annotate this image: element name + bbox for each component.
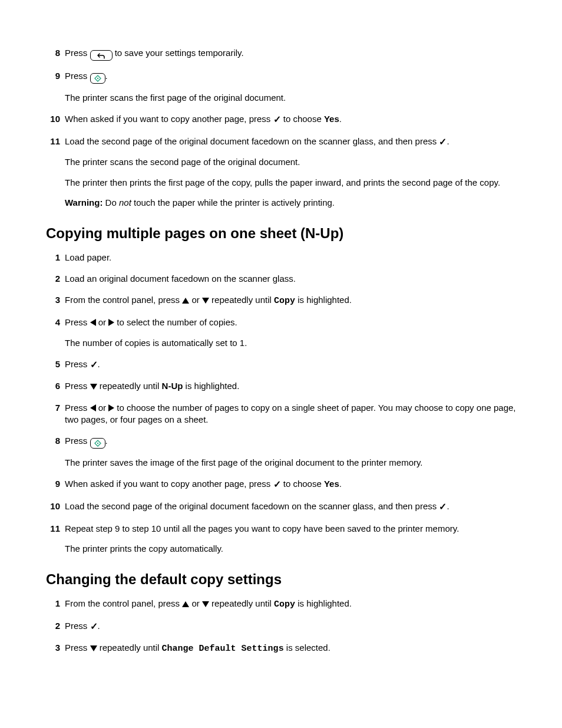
step-text: From the control panel, press or repeate… [65,294,516,307]
arrow-down-icon [90,384,97,390]
step-text: Repeat step 9 to step 10 until all the p… [65,523,516,535]
heading-nup: Copying multiple pages on one sheet (N-U… [46,224,516,243]
step-body: Press ✓. [65,620,516,633]
step-body: Press repeatedly until N-Up is highlight… [65,380,516,392]
step-body: Press repeatedly until Change Default Se… [65,642,516,655]
step-item: 1From the control panel, press or repeat… [46,598,516,611]
svg-point-0 [97,78,98,79]
steps-default: 1From the control panel, press or repeat… [46,598,516,655]
step-body: When asked if you want to copy another p… [65,478,516,491]
step-number: 4 [46,317,65,349]
step-body: Load paper. [65,252,516,263]
check-icon: ✓ [90,620,98,633]
step-number: 8 [46,47,65,61]
check-icon: ✓ [273,113,281,126]
check-icon: ✓ [439,500,447,513]
step-note: The printer then prints the first page o… [65,177,516,189]
step-number: 3 [46,642,65,655]
step-item: 6Press repeatedly until N-Up is highligh… [46,380,516,392]
step-body: Press or to select the number of copies.… [65,317,516,349]
step-note: The printer scans the second page of the… [65,156,516,168]
step-number: 3 [46,294,65,307]
step-number: 11 [46,523,65,555]
step-body: When asked if you want to copy another p… [65,113,516,126]
step-text: Load an original document facedown on th… [65,273,516,285]
arrow-down-icon [90,645,97,651]
step-body: Press .The printer scans the first page … [65,70,516,104]
step-text: Press ✓. [65,358,516,371]
step-body: Press .The printer saves the image of th… [65,435,516,469]
step-item: 10When asked if you want to copy another… [46,113,516,126]
step-body: Press to save your settings temporarily. [65,47,516,61]
step-number: 5 [46,358,65,371]
step-note: The printer scans the first page of the … [65,92,516,104]
arrow-left-icon [90,404,96,411]
step-text: Press . [65,435,516,449]
start-button-icon [90,438,105,449]
step-text: Load paper. [65,252,516,263]
arrow-up-icon [182,601,189,607]
step-number: 2 [46,620,65,633]
step-item: 11Repeat step 9 to step 10 until all the… [46,523,516,555]
step-number: 2 [46,273,65,285]
arrow-right-icon [108,319,114,326]
step-text: Load the second page of the original doc… [65,136,516,149]
step-item: 1Load paper. [46,252,516,263]
step-item: 9Press .The printer scans the first page… [46,70,516,104]
svg-point-1 [97,443,98,444]
step-text: When asked if you want to copy another p… [65,478,516,491]
step-body: Press ✓. [65,358,516,371]
heading-default: Changing the default copy settings [46,570,516,589]
arrow-right-icon [108,404,114,411]
step-text: Press repeatedly until Change Default Se… [65,642,516,655]
step-text: Press repeatedly until N-Up is highlight… [65,380,516,392]
step-text: Load the second page of the original doc… [65,500,516,513]
step-item: 8Press .The printer saves the image of t… [46,435,516,469]
step-note: The number of copies is automatically se… [65,337,516,349]
step-number: 10 [46,500,65,513]
step-text: Press . [65,70,516,84]
step-body: From the control panel, press or repeate… [65,294,516,307]
step-item: 2Press ✓. [46,620,516,633]
step-item: 7Press or to choose the number of pages … [46,402,516,426]
step-number: 9 [46,478,65,491]
arrow-up-icon [182,298,189,304]
steps-nup: 1Load paper.2Load an original document f… [46,252,516,555]
start-button-icon [90,73,105,84]
step-warning: Warning: Do not touch the paper while th… [65,197,516,209]
warning-label: Warning: [65,197,103,207]
step-text: From the control panel, press or repeate… [65,598,516,611]
steps-continuation: 8Press to save your settings temporarily… [46,47,516,209]
step-item: 5Press ✓. [46,358,516,371]
step-body: Load the second page of the original doc… [65,500,516,513]
step-item: 9When asked if you want to copy another … [46,478,516,491]
check-icon: ✓ [439,136,447,149]
step-text: Press or to select the number of copies. [65,317,516,328]
step-number: 6 [46,380,65,392]
step-body: Load the second page of the original doc… [65,136,516,209]
italic-text: not [119,197,131,207]
step-item: 8Press to save your settings temporarily… [46,47,516,61]
step-text: Press ✓. [65,620,516,633]
arrow-left-icon [90,319,96,326]
step-body: From the control panel, press or repeate… [65,598,516,611]
step-text: When asked if you want to copy another p… [65,113,516,126]
mono-text: Copy [274,296,295,306]
step-item: 11Load the second page of the original d… [46,136,516,209]
back-button-icon [90,50,113,61]
bold-text: N-Up [162,381,183,391]
arrow-down-icon [202,298,209,304]
step-number: 7 [46,402,65,426]
step-item: 3Press repeatedly until Change Default S… [46,642,516,655]
step-item: 2Load an original document facedown on t… [46,273,516,285]
bold-text: Yes [324,479,339,489]
check-icon: ✓ [90,358,98,371]
step-item: 3From the control panel, press or repeat… [46,294,516,307]
step-note: The printer saves the image of the first… [65,457,516,469]
step-text: Press to save your settings temporarily. [65,47,516,61]
bold-text: Yes [324,114,339,124]
step-number: 1 [46,252,65,263]
step-body: Load an original document facedown on th… [65,273,516,285]
arrow-down-icon [202,601,209,607]
mono-text: Copy [274,599,295,610]
